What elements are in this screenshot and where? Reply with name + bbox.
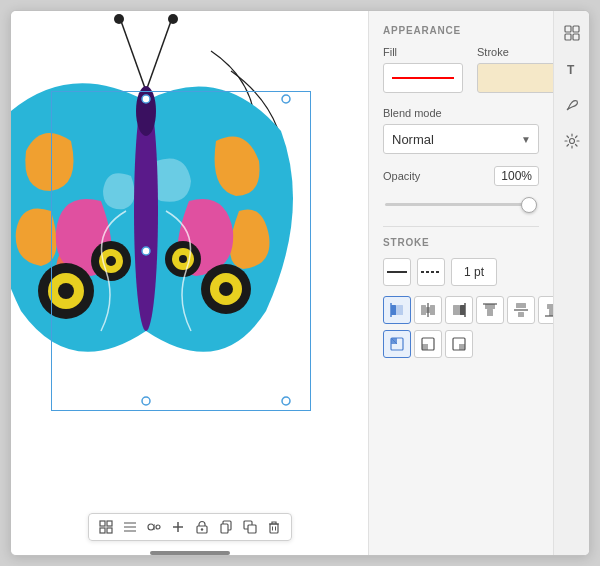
opacity-value[interactable]: 100% [494, 166, 539, 186]
svg-point-20 [142, 397, 150, 405]
appearance-section-title: APPEARANCE [383, 25, 539, 36]
svg-rect-23 [100, 521, 105, 526]
canvas-scrollbar[interactable] [150, 551, 230, 555]
corner-bl-btn[interactable] [414, 330, 442, 358]
svg-rect-71 [565, 26, 571, 32]
svg-rect-24 [107, 521, 112, 526]
svg-rect-55 [453, 305, 460, 315]
svg-point-12 [219, 282, 233, 296]
svg-rect-59 [487, 309, 493, 316]
svg-text:T: T [567, 63, 575, 77]
svg-point-2 [114, 14, 124, 24]
opacity-slider[interactable] [385, 203, 537, 206]
svg-rect-72 [573, 26, 579, 32]
svg-point-19 [282, 95, 290, 103]
svg-point-9 [106, 256, 116, 266]
align-top-btn[interactable] [476, 296, 504, 324]
properties-panel: APPEARANCE Fill Stroke Blend m [369, 11, 553, 555]
opacity-label: Opacity [383, 170, 420, 182]
align-center-h-btn[interactable] [414, 296, 442, 324]
svg-rect-73 [565, 34, 571, 40]
side-text-icon[interactable]: T [558, 55, 586, 83]
toolbar-add-icon[interactable] [169, 518, 187, 536]
svg-rect-42 [248, 525, 256, 533]
svg-rect-62 [518, 312, 524, 317]
side-grid-icon[interactable] [558, 19, 586, 47]
blend-mode-wrapper: Normal Multiply Screen Overlay Darken Li… [383, 124, 539, 154]
svg-rect-26 [107, 528, 112, 533]
side-pen-icon[interactable] [558, 91, 586, 119]
toolbar-delete-icon[interactable] [265, 518, 283, 536]
svg-rect-74 [573, 34, 579, 40]
stroke-align-grid [383, 296, 539, 324]
canvas-area [11, 11, 369, 555]
svg-point-30 [148, 524, 154, 530]
svg-rect-51 [421, 305, 426, 315]
section-divider [383, 226, 539, 227]
svg-point-3 [168, 14, 178, 24]
svg-point-38 [200, 528, 202, 530]
svg-point-77 [569, 139, 574, 144]
fill-label: Fill [383, 46, 463, 58]
svg-rect-58 [485, 304, 495, 309]
stroke-section-title: STROKE [383, 237, 539, 248]
corner-br-btn[interactable] [445, 330, 473, 358]
stroke-swatch[interactable] [477, 63, 553, 93]
align-bottom-btn[interactable] [538, 296, 553, 324]
toolbar-copy-icon[interactable] [217, 518, 235, 536]
stroke-weight-input[interactable] [451, 258, 497, 286]
blend-mode-label: Blend mode [383, 107, 539, 119]
corner-align-grid [383, 330, 539, 358]
corner-tl-btn[interactable] [383, 330, 411, 358]
side-settings-icon[interactable] [558, 127, 586, 155]
toolbar-transform-icon[interactable] [97, 518, 115, 536]
app-window: APPEARANCE Fill Stroke Blend m [10, 10, 590, 556]
stroke-dashed-btn[interactable] [417, 258, 445, 286]
fill-swatch-line [392, 77, 454, 79]
svg-point-21 [282, 397, 290, 405]
svg-line-0 [121, 21, 146, 91]
butterfly-illustration [11, 11, 311, 501]
fill-stroke-row: Fill Stroke [383, 46, 539, 93]
svg-rect-40 [221, 524, 228, 533]
svg-point-17 [136, 86, 156, 136]
svg-point-6 [58, 283, 74, 299]
stroke-group: Stroke [477, 46, 553, 93]
svg-rect-49 [396, 305, 403, 315]
svg-rect-53 [430, 305, 435, 315]
toolbar-lock-icon[interactable] [193, 518, 211, 536]
svg-rect-25 [100, 528, 105, 533]
fill-group: Fill [383, 46, 463, 93]
svg-rect-43 [270, 524, 278, 533]
align-center-v-btn[interactable] [507, 296, 535, 324]
svg-point-31 [156, 525, 160, 529]
align-inner-left-btn[interactable] [383, 296, 411, 324]
opacity-row: Opacity 100% [383, 166, 539, 186]
fill-swatch[interactable] [383, 63, 463, 93]
svg-rect-61 [516, 303, 526, 308]
bottom-toolbar [88, 513, 292, 541]
stroke-line-row [383, 258, 539, 286]
side-icon-bar: T [553, 11, 589, 555]
toolbar-align-icon[interactable] [121, 518, 139, 536]
blend-mode-select[interactable]: Normal Multiply Screen Overlay Darken Li… [383, 124, 539, 154]
blend-mode-row: Blend mode Normal Multiply Screen Overla… [383, 107, 539, 154]
canvas-content [11, 11, 368, 555]
stroke-solid-btn[interactable] [383, 258, 411, 286]
opacity-slider-container [383, 192, 539, 210]
align-outer-right-btn[interactable] [445, 296, 473, 324]
toolbar-arrange-icon[interactable] [241, 518, 259, 536]
svg-point-15 [179, 255, 187, 263]
svg-point-22 [142, 247, 150, 255]
right-panel: APPEARANCE Fill Stroke Blend m [369, 11, 589, 555]
svg-point-18 [142, 95, 150, 103]
toolbar-distribute-icon[interactable] [145, 518, 163, 536]
svg-line-1 [146, 21, 171, 91]
svg-line-76 [567, 108, 569, 110]
stroke-label: Stroke [477, 46, 553, 58]
